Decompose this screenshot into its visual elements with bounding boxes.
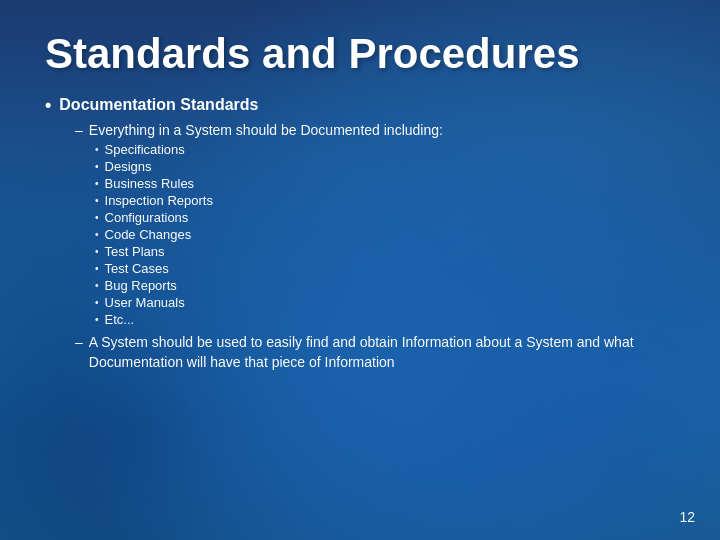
list-item: User Manuals	[95, 295, 675, 310]
list-item: Designs	[95, 159, 675, 174]
sub-level: Everything in a System should be Documen…	[75, 122, 675, 327]
dash-paragraph: A System should be used to easily find a…	[75, 333, 675, 372]
list-item: Code Changes	[95, 227, 675, 242]
list-item: Bug Reports	[95, 278, 675, 293]
list-item: Specifications	[95, 142, 675, 157]
slide-number: 12	[679, 509, 695, 525]
slide-content: Standards and Procedures Documentation S…	[0, 0, 720, 392]
list-item-test-cases: Test Cases	[95, 261, 675, 276]
bullet-list: Specifications Designs Business Rules In…	[95, 142, 675, 327]
main-bullet-text: Documentation Standards	[59, 96, 258, 114]
list-item: Test Plans	[95, 244, 675, 259]
second-dash-item: A System should be used to easily find a…	[75, 333, 675, 372]
list-item: Etc...	[95, 312, 675, 327]
main-bullet: Documentation Standards	[45, 96, 675, 116]
slide-title: Standards and Procedures	[45, 30, 675, 78]
list-item: Business Rules	[95, 176, 675, 191]
dash-item-1: Everything in a System should be Documen…	[75, 122, 675, 138]
list-item: Inspection Reports	[95, 193, 675, 208]
slide: Standards and Procedures Documentation S…	[0, 0, 720, 540]
list-item: Configurations	[95, 210, 675, 225]
dash-item-1-text: Everything in a System should be Documen…	[89, 122, 443, 138]
second-dash-text: A System should be used to easily find a…	[89, 333, 675, 372]
